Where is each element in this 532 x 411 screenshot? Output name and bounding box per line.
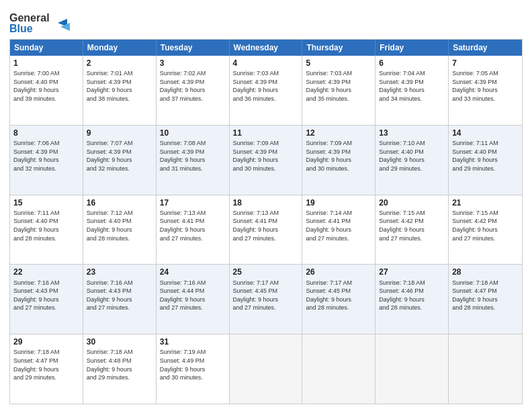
calendar-cell: 7Sunrise: 7:05 AMSunset: 4:39 PMDaylight… bbox=[449, 56, 522, 125]
day-number: 20 bbox=[379, 197, 445, 208]
day-number: 27 bbox=[379, 267, 445, 277]
calendar-body: 1Sunrise: 7:00 AMSunset: 4:40 PMDaylight… bbox=[10, 56, 522, 404]
calendar-cell: 13Sunrise: 7:10 AMSunset: 4:40 PMDayligh… bbox=[375, 126, 449, 195]
cell-text: Sunrise: 7:16 AMSunset: 4:44 PMDaylight:… bbox=[160, 279, 226, 312]
calendar-cell: 11Sunrise: 7:09 AMSunset: 4:39 PMDayligh… bbox=[230, 126, 303, 195]
calendar-cell: 18Sunrise: 7:13 AMSunset: 4:41 PMDayligh… bbox=[230, 195, 303, 265]
logo-icon: General Blue bbox=[9, 9, 70, 35]
cell-text: Sunrise: 7:13 AMSunset: 4:41 PMDaylight:… bbox=[233, 209, 299, 242]
calendar-cell: 14Sunrise: 7:11 AMSunset: 4:40 PMDayligh… bbox=[449, 126, 522, 195]
day-number: 13 bbox=[379, 128, 445, 138]
logo: General Blue bbox=[9, 9, 70, 35]
cal-header-day: Thursday bbox=[302, 40, 375, 56]
calendar-cell: 31Sunrise: 7:19 AMSunset: 4:49 PMDayligh… bbox=[157, 334, 230, 404]
cal-header-day: Wednesday bbox=[230, 40, 303, 56]
calendar-row: 22Sunrise: 7:16 AMSunset: 4:43 PMDayligh… bbox=[10, 264, 522, 334]
calendar-cell: 22Sunrise: 7:16 AMSunset: 4:43 PMDayligh… bbox=[10, 265, 83, 334]
calendar-cell: 4Sunrise: 7:03 AMSunset: 4:39 PMDaylight… bbox=[230, 56, 303, 125]
cell-text: Sunrise: 7:18 AMSunset: 4:47 PMDaylight:… bbox=[13, 348, 79, 381]
day-number: 7 bbox=[452, 58, 519, 68]
calendar-cell bbox=[375, 334, 449, 404]
cell-text: Sunrise: 7:16 AMSunset: 4:43 PMDaylight:… bbox=[13, 279, 79, 312]
day-number: 23 bbox=[87, 267, 152, 277]
cell-text: Sunrise: 7:02 AMSunset: 4:39 PMDaylight:… bbox=[160, 69, 226, 103]
svg-text:General: General bbox=[9, 12, 50, 24]
cell-text: Sunrise: 7:09 AMSunset: 4:39 PMDaylight:… bbox=[233, 139, 299, 173]
cell-text: Sunrise: 7:14 AMSunset: 4:41 PMDaylight:… bbox=[306, 209, 371, 242]
cell-text: Sunrise: 7:19 AMSunset: 4:49 PMDaylight:… bbox=[160, 348, 226, 381]
cell-text: Sunrise: 7:11 AMSunset: 4:40 PMDaylight:… bbox=[13, 209, 79, 242]
day-number: 30 bbox=[87, 336, 152, 347]
cell-text: Sunrise: 7:16 AMSunset: 4:43 PMDaylight:… bbox=[87, 279, 152, 312]
day-number: 2 bbox=[87, 58, 152, 68]
calendar-cell: 20Sunrise: 7:15 AMSunset: 4:42 PMDayligh… bbox=[375, 195, 449, 265]
calendar-cell: 3Sunrise: 7:02 AMSunset: 4:39 PMDaylight… bbox=[157, 56, 230, 125]
cal-header-day: Sunday bbox=[10, 40, 83, 56]
calendar-row: 8Sunrise: 7:06 AMSunset: 4:39 PMDaylight… bbox=[10, 125, 522, 195]
calendar-row: 29Sunrise: 7:18 AMSunset: 4:47 PMDayligh… bbox=[10, 334, 522, 404]
calendar-cell: 23Sunrise: 7:16 AMSunset: 4:43 PMDayligh… bbox=[83, 265, 157, 334]
day-number: 17 bbox=[160, 197, 226, 208]
day-number: 15 bbox=[13, 197, 79, 208]
day-number: 8 bbox=[13, 128, 79, 138]
day-number: 21 bbox=[452, 197, 519, 208]
cell-text: Sunrise: 7:03 AMSunset: 4:39 PMDaylight:… bbox=[306, 69, 371, 103]
day-number: 25 bbox=[233, 267, 299, 277]
day-number: 14 bbox=[452, 128, 519, 138]
day-number: 19 bbox=[306, 197, 371, 208]
calendar-cell: 15Sunrise: 7:11 AMSunset: 4:40 PMDayligh… bbox=[10, 195, 83, 265]
cell-text: Sunrise: 7:11 AMSunset: 4:40 PMDaylight:… bbox=[452, 139, 519, 173]
cell-text: Sunrise: 7:10 AMSunset: 4:40 PMDaylight:… bbox=[379, 139, 445, 173]
calendar-cell: 26Sunrise: 7:17 AMSunset: 4:45 PMDayligh… bbox=[302, 265, 375, 334]
calendar-cell: 27Sunrise: 7:18 AMSunset: 4:46 PMDayligh… bbox=[375, 265, 449, 334]
calendar: SundayMondayTuesdayWednesdayThursdayFrid… bbox=[9, 39, 523, 404]
cell-text: Sunrise: 7:18 AMSunset: 4:48 PMDaylight:… bbox=[87, 348, 152, 381]
day-number: 28 bbox=[452, 267, 519, 277]
cell-text: Sunrise: 7:18 AMSunset: 4:47 PMDaylight:… bbox=[452, 279, 519, 312]
calendar-cell: 10Sunrise: 7:08 AMSunset: 4:39 PMDayligh… bbox=[157, 126, 230, 195]
calendar-row: 15Sunrise: 7:11 AMSunset: 4:40 PMDayligh… bbox=[10, 195, 522, 265]
calendar-cell: 21Sunrise: 7:15 AMSunset: 4:42 PMDayligh… bbox=[449, 195, 522, 265]
cell-text: Sunrise: 7:03 AMSunset: 4:39 PMDaylight:… bbox=[233, 69, 299, 103]
calendar-cell bbox=[230, 334, 303, 404]
day-number: 16 bbox=[87, 197, 152, 208]
cell-text: Sunrise: 7:07 AMSunset: 4:39 PMDaylight:… bbox=[87, 139, 152, 173]
cal-header-day: Tuesday bbox=[157, 40, 230, 56]
day-number: 10 bbox=[160, 128, 226, 138]
cal-header-day: Friday bbox=[375, 40, 449, 56]
day-number: 4 bbox=[233, 58, 299, 68]
calendar-cell: 6Sunrise: 7:04 AMSunset: 4:39 PMDaylight… bbox=[375, 56, 449, 125]
cell-text: Sunrise: 7:00 AMSunset: 4:40 PMDaylight:… bbox=[13, 69, 79, 103]
cell-text: Sunrise: 7:12 AMSunset: 4:40 PMDaylight:… bbox=[87, 209, 152, 242]
cell-text: Sunrise: 7:18 AMSunset: 4:46 PMDaylight:… bbox=[379, 279, 445, 312]
day-number: 3 bbox=[160, 58, 226, 68]
calendar-cell bbox=[449, 334, 522, 404]
cell-text: Sunrise: 7:17 AMSunset: 4:45 PMDaylight:… bbox=[306, 279, 371, 312]
cell-text: Sunrise: 7:08 AMSunset: 4:39 PMDaylight:… bbox=[160, 139, 226, 173]
cal-header-day: Saturday bbox=[449, 40, 522, 56]
day-number: 24 bbox=[160, 267, 226, 277]
cell-text: Sunrise: 7:01 AMSunset: 4:39 PMDaylight:… bbox=[87, 69, 152, 103]
calendar-cell: 29Sunrise: 7:18 AMSunset: 4:47 PMDayligh… bbox=[10, 334, 83, 404]
calendar-cell: 12Sunrise: 7:09 AMSunset: 4:39 PMDayligh… bbox=[302, 126, 375, 195]
cell-text: Sunrise: 7:09 AMSunset: 4:39 PMDaylight:… bbox=[306, 139, 371, 173]
calendar-cell: 5Sunrise: 7:03 AMSunset: 4:39 PMDaylight… bbox=[302, 56, 375, 125]
header: General Blue bbox=[9, 7, 523, 35]
day-number: 29 bbox=[13, 336, 79, 347]
calendar-cell: 30Sunrise: 7:18 AMSunset: 4:48 PMDayligh… bbox=[83, 334, 157, 404]
day-number: 9 bbox=[87, 128, 152, 138]
day-number: 26 bbox=[306, 267, 371, 277]
day-number: 12 bbox=[306, 128, 371, 138]
day-number: 11 bbox=[233, 128, 299, 138]
calendar-cell: 8Sunrise: 7:06 AMSunset: 4:39 PMDaylight… bbox=[10, 126, 83, 195]
day-number: 31 bbox=[160, 336, 226, 347]
calendar-header: SundayMondayTuesdayWednesdayThursdayFrid… bbox=[10, 40, 522, 56]
calendar-cell: 19Sunrise: 7:14 AMSunset: 4:41 PMDayligh… bbox=[302, 195, 375, 265]
calendar-cell bbox=[302, 334, 375, 404]
cell-text: Sunrise: 7:05 AMSunset: 4:39 PMDaylight:… bbox=[452, 69, 519, 103]
cell-text: Sunrise: 7:13 AMSunset: 4:41 PMDaylight:… bbox=[160, 209, 226, 242]
svg-text:Blue: Blue bbox=[9, 23, 33, 34]
calendar-cell: 16Sunrise: 7:12 AMSunset: 4:40 PMDayligh… bbox=[83, 195, 157, 265]
day-number: 22 bbox=[13, 267, 79, 277]
cal-header-day: Monday bbox=[83, 40, 157, 56]
